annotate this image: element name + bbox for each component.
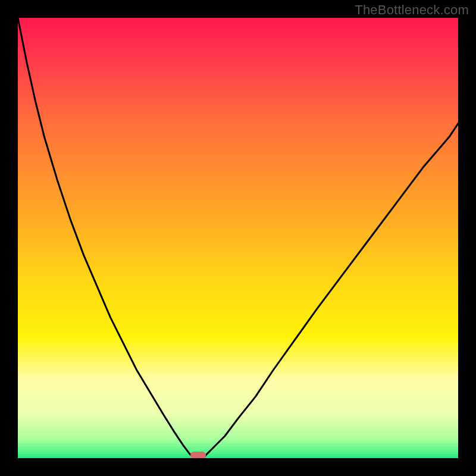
series-right-curve (203, 124, 458, 458)
min-marker (190, 452, 206, 458)
plot-area (18, 18, 458, 458)
series-left-curve (18, 18, 194, 458)
watermark-text: TheBottleneck.com (355, 2, 469, 18)
curve-layer (18, 18, 458, 458)
